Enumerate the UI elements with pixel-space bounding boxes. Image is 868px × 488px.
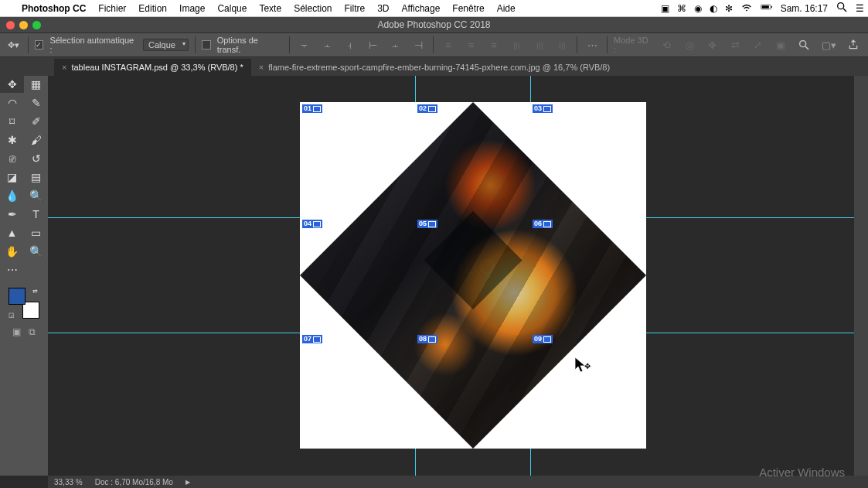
default-colors-icon[interactable]: ◲ (9, 312, 15, 319)
auto-select-checkbox[interactable]: ✓ (35, 40, 44, 49)
gradient-tool-icon[interactable]: ▤ (24, 169, 48, 186)
distribute-top-icon[interactable]: ≡ (440, 36, 457, 53)
dodge-tool-icon[interactable]: 🔍 (24, 187, 48, 204)
search-ps-icon[interactable] (795, 36, 812, 53)
slice-label-02[interactable]: 02 (417, 104, 437, 113)
brush-tool-icon[interactable]: 🖌 (24, 131, 48, 148)
frame-icon[interactable]: ▢▾ (820, 36, 837, 53)
slice-label-09[interactable]: 09 (533, 335, 553, 343)
type-tool-icon[interactable]: T (24, 206, 48, 223)
lasso-tool-icon[interactable]: ◠ (0, 94, 24, 111)
swap-colors-icon[interactable]: ⇄ (32, 288, 38, 295)
slice-label-08[interactable]: 08 (417, 335, 437, 343)
right-panel-collapsed[interactable] (854, 76, 868, 476)
canvas-area[interactable]: BBQ 01 02 03 04 05 06 07 08 09 ✥ (48, 76, 868, 476)
distribute-bottom-icon[interactable]: ≡ (485, 36, 502, 53)
search-icon[interactable] (832, 1, 852, 15)
align-hcenter-icon[interactable]: ⫠ (387, 36, 404, 53)
eraser-tool-icon[interactable]: ◪ (0, 169, 24, 186)
menu-extras-icon[interactable]: ☰ (852, 3, 868, 14)
svg-rect-2 (761, 5, 768, 8)
screen-mode-icon[interactable]: ⧉ (29, 326, 36, 337)
move-tool-icon[interactable]: ✥ (0, 76, 24, 93)
app-name[interactable]: Photoshop CC (15, 3, 92, 14)
blur-tool-icon[interactable]: 💧 (0, 187, 24, 204)
auto-select-dropdown[interactable]: Calque (143, 39, 189, 51)
bluetooth-icon[interactable]: ✻ (721, 3, 737, 14)
menu-fenetre[interactable]: Fenêtre (446, 3, 490, 14)
menu-aide[interactable]: Aide (491, 3, 522, 14)
zoom-level[interactable]: 33,33 % (54, 478, 83, 486)
video-icon[interactable]: ▣ (657, 3, 673, 14)
options-bar: ✥▾ ✓ Sélection automatique : Calque Opti… (0, 32, 868, 57)
3d-scale-icon[interactable]: ⤢ (750, 36, 767, 53)
doc-size[interactable]: Doc : 6,70 Mo/16,8 Mo (95, 478, 173, 486)
eyedropper-tool-icon[interactable]: ✐ (24, 113, 48, 130)
align-vcenter-icon[interactable]: ⫠ (318, 36, 335, 53)
align-top-icon[interactable]: ⫟ (296, 36, 313, 53)
sync-icon[interactable]: ◉ (690, 3, 706, 14)
menu-selection[interactable]: Sélection (288, 3, 338, 14)
3d-roll-icon[interactable]: ◎ (681, 36, 698, 53)
slice-label-07[interactable]: 07 (302, 335, 322, 343)
stamp-tool-icon[interactable]: ⎚ (0, 150, 24, 167)
healing-tool-icon[interactable]: ✱ (0, 131, 24, 148)
transform-checkbox[interactable] (202, 40, 211, 49)
quick-select-tool-icon[interactable]: ✎ (24, 94, 48, 111)
crop-tool-icon[interactable]: ⌑ (0, 113, 24, 130)
slice-label-03[interactable]: 03 (533, 104, 553, 113)
clock-text[interactable]: Sam. 16:17 (777, 3, 832, 14)
menu-3d[interactable]: 3D (371, 3, 395, 14)
slice-label-05[interactable]: 05 (417, 220, 437, 228)
align-left-icon[interactable]: ⊢ (364, 36, 381, 53)
3d-camera-icon[interactable]: ▣ (773, 36, 790, 53)
camera-icon[interactable]: ⌘ (673, 3, 690, 14)
quick-mask-icon[interactable]: ▣ (12, 326, 21, 337)
menu-calque[interactable]: Calque (211, 3, 253, 14)
distribute-vcenter-icon[interactable]: ≡ (463, 36, 480, 53)
distribute-hcenter-icon[interactable]: ⫼ (531, 36, 548, 53)
slice-icon (543, 336, 551, 343)
more-options-icon[interactable]: ⋯ (584, 36, 601, 53)
path-select-tool-icon[interactable]: ▲ (0, 224, 24, 241)
close-tab-icon[interactable]: × (259, 63, 264, 72)
history-brush-tool-icon[interactable]: ↺ (24, 150, 48, 167)
color-swatches[interactable]: ⇄ ◲ (9, 288, 39, 319)
tab-active-document[interactable]: × tableau INSTAGRAM.psd @ 33,3% (RVB/8) … (54, 59, 251, 76)
menu-texte[interactable]: Texte (253, 3, 288, 14)
slice-label-01[interactable]: 01 (302, 104, 322, 113)
align-right-icon[interactable]: ⊣ (410, 36, 427, 53)
3d-pan-icon[interactable]: ✥ (704, 36, 721, 53)
pen-tool-icon[interactable]: ✒ (0, 206, 24, 223)
zoom-tool-icon[interactable]: 🔍 (24, 243, 48, 260)
slice-icon (313, 221, 321, 227)
cloud-icon[interactable]: ◐ (706, 3, 721, 14)
slice-icon (313, 336, 321, 343)
share-icon[interactable] (845, 36, 862, 53)
wifi-icon[interactable] (737, 1, 757, 15)
3d-orbit-icon[interactable]: ⟲ (659, 36, 676, 53)
edit-toolbar-icon[interactable]: ⋯ (0, 261, 24, 278)
close-tab-icon[interactable]: × (62, 63, 66, 72)
distribute-right-icon[interactable]: ⫼ (554, 36, 571, 53)
artboard[interactable]: BBQ 01 02 03 04 05 06 07 08 09 (300, 102, 646, 449)
artboard-tool-icon[interactable]: ▦ (24, 76, 48, 93)
menu-edition[interactable]: Edition (132, 3, 173, 14)
menu-image[interactable]: Image (173, 3, 211, 14)
distribute-left-icon[interactable]: ⫼ (509, 36, 526, 53)
menu-filtre[interactable]: Filtre (339, 3, 372, 14)
status-chevron-icon[interactable]: ▶ (186, 479, 190, 486)
menu-fichier[interactable]: Fichier (92, 3, 132, 14)
tab-document-2[interactable]: × flame-fire-extreme-sport-campfire-embe… (251, 59, 618, 76)
slice-label-06[interactable]: 06 (533, 220, 553, 228)
tab-label: flame-fire-extreme-sport-campfire-ember-… (268, 63, 610, 72)
menu-affichage[interactable]: Affichage (396, 3, 447, 14)
slice-label-04[interactable]: 04 (302, 220, 322, 228)
battery-icon[interactable] (757, 1, 777, 15)
foreground-color-swatch[interactable] (9, 288, 26, 305)
3d-slide-icon[interactable]: ⇄ (727, 36, 744, 53)
align-bottom-icon[interactable]: ⫞ (342, 36, 359, 53)
rectangle-tool-icon[interactable]: ▭ (24, 224, 48, 241)
document-tabs: × tableau INSTAGRAM.psd @ 33,3% (RVB/8) … (0, 57, 868, 76)
hand-tool-icon[interactable]: ✋ (0, 243, 24, 260)
